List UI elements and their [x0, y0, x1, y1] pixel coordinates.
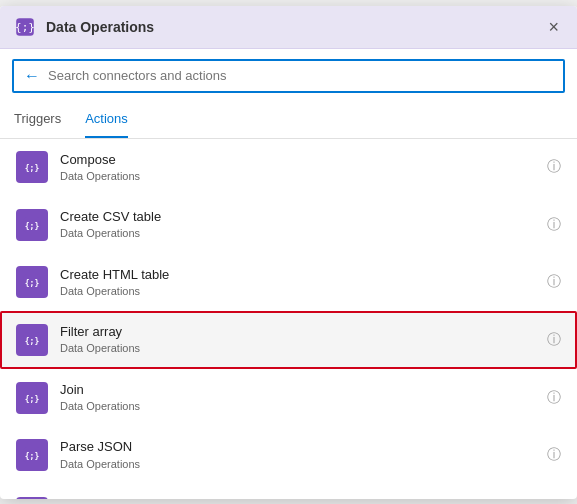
svg-text:{;}: {;}	[15, 21, 35, 34]
search-input[interactable]	[48, 68, 553, 83]
item-text: Select Data Operations	[60, 496, 535, 499]
item-sub: Data Operations	[60, 226, 535, 241]
svg-text:{;}: {;}	[25, 278, 40, 288]
svg-text:{;}: {;}	[25, 451, 40, 461]
item-icon: {;}	[16, 151, 48, 183]
item-sub: Data Operations	[60, 399, 535, 414]
item-sub: Data Operations	[60, 457, 535, 472]
item-name: Parse JSON	[60, 438, 535, 456]
item-icon: {;}	[16, 497, 48, 499]
item-text: Create CSV table Data Operations	[60, 208, 535, 242]
tab-bar: Triggers Actions	[0, 103, 577, 139]
dialog-header: {;} Data Operations ×	[0, 6, 577, 49]
item-name: Join	[60, 381, 535, 399]
item-text: Create HTML table Data Operations	[60, 266, 535, 300]
data-ops-icon: {;}	[23, 331, 41, 349]
info-icon[interactable]: ⓘ	[547, 446, 561, 464]
back-button[interactable]: ←	[24, 67, 40, 85]
data-ops-icon: {;}	[23, 446, 41, 464]
svg-text:{;}: {;}	[25, 336, 40, 346]
item-icon: {;}	[16, 382, 48, 414]
item-text: Parse JSON Data Operations	[60, 438, 535, 472]
data-ops-icon: {;}	[23, 273, 41, 291]
item-sub: Data Operations	[60, 341, 535, 356]
dialog-title: Data Operations	[46, 19, 534, 35]
item-icon: {;}	[16, 209, 48, 241]
item-name: Compose	[60, 151, 535, 169]
item-sub: Data Operations	[60, 284, 535, 299]
dialog: {;} Data Operations × ← Triggers Actions…	[0, 6, 577, 499]
data-ops-icon: {;}	[23, 216, 41, 234]
item-sub: Data Operations	[60, 169, 535, 184]
item-icon: {;}	[16, 266, 48, 298]
list-item[interactable]: {;} Filter array Data Operations ⓘ	[0, 311, 577, 369]
info-icon[interactable]: ⓘ	[547, 158, 561, 176]
item-text: Compose Data Operations	[60, 151, 535, 185]
info-icon[interactable]: ⓘ	[547, 273, 561, 291]
svg-text:{;}: {;}	[25, 220, 40, 230]
header-icon: {;}	[14, 16, 36, 38]
item-name: Filter array	[60, 323, 535, 341]
list-item[interactable]: {;} Select Data Operations ⓘ	[0, 484, 577, 499]
item-text: Filter array Data Operations	[60, 323, 535, 357]
search-bar: ←	[12, 59, 565, 93]
list-item[interactable]: {;} Parse JSON Data Operations ⓘ	[0, 426, 577, 484]
info-icon[interactable]: ⓘ	[547, 216, 561, 234]
list-item[interactable]: {;} Create HTML table Data Operations ⓘ	[0, 254, 577, 312]
item-name: Create CSV table	[60, 208, 535, 226]
item-icon: {;}	[16, 324, 48, 356]
list-item[interactable]: {;} Join Data Operations ⓘ	[0, 369, 577, 427]
items-list: {;} Compose Data Operations ⓘ {;} Create…	[0, 139, 577, 499]
svg-text:{;}: {;}	[25, 163, 40, 173]
info-icon[interactable]: ⓘ	[547, 331, 561, 349]
list-item[interactable]: {;} Compose Data Operations ⓘ	[0, 139, 577, 197]
item-icon: {;}	[16, 439, 48, 471]
data-ops-icon: {;}	[23, 389, 41, 407]
item-text: Join Data Operations	[60, 381, 535, 415]
tab-actions[interactable]: Actions	[85, 103, 128, 138]
data-ops-icon: {;}	[23, 158, 41, 176]
info-icon[interactable]: ⓘ	[547, 389, 561, 407]
item-name: Select	[60, 496, 535, 499]
item-name: Create HTML table	[60, 266, 535, 284]
back-arrow-icon: ←	[24, 67, 40, 85]
close-button[interactable]: ×	[544, 16, 563, 38]
list-item[interactable]: {;} Create CSV table Data Operations ⓘ	[0, 196, 577, 254]
tab-triggers[interactable]: Triggers	[14, 103, 61, 138]
svg-text:{;}: {;}	[25, 393, 40, 403]
